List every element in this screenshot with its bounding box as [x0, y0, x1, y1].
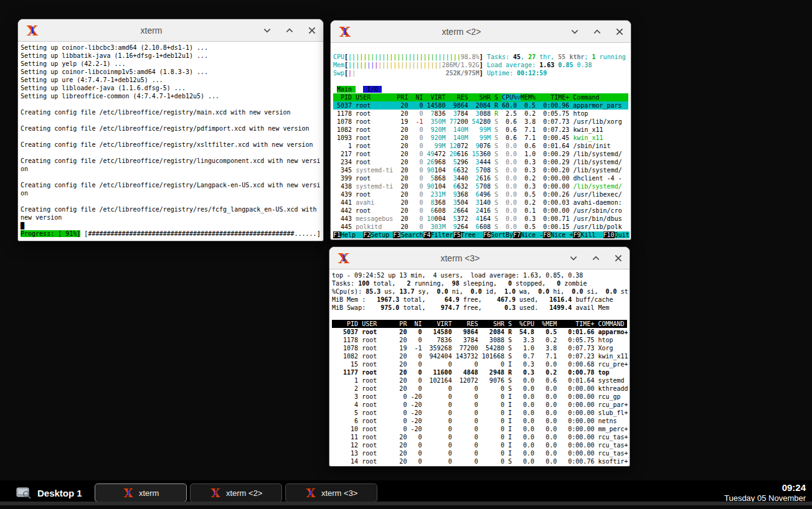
- terminal-line: 12 root 20 0 0 0 0 I 0.0 0.0 0:00.00 rcu…: [332, 441, 627, 449]
- terminal-line: on: [21, 165, 321, 173]
- terminal-line: 441 avahi 20 0 8368 3504 3140 S 0.0 0.2 …: [333, 198, 628, 207]
- terminal-line: Creating config file /etc/libreoffice/re…: [21, 108, 321, 116]
- window-title: xterm <2>: [353, 27, 570, 37]
- close-button[interactable]: [613, 253, 623, 263]
- taskbar-button-label: xterm <2>: [226, 488, 263, 498]
- terminal-line: 1082 root 20 0 920M 140M 99M S 0.6 7.1 0…: [333, 126, 628, 134]
- window-controls: [569, 253, 623, 263]
- terminal-line: 345 systemd-ti 20 0 90104 6632 5708 S 0.…: [333, 166, 628, 174]
- window-title: xterm: [40, 26, 262, 35]
- terminal-line: Creating config file /etc/libreoffice/re…: [21, 181, 321, 189]
- terminal-content[interactable]: CPU[||||||||||||||||||||||||||||||98.8%]…: [332, 44, 630, 239]
- window-title: xterm <3>: [352, 253, 569, 263]
- terminal-line: Setting up yelp (42.2-1) ...: [21, 60, 321, 68]
- maximize-button[interactable]: [285, 26, 295, 35]
- terminal-line: 5 root 0 -20 0 0 0 I 0.0 0.0 0:00.00 slu…: [332, 409, 627, 417]
- terminal-line: 3 root 0 -20 0 0 0 I 0.0 0.0 0:00.00 rcu…: [332, 393, 627, 401]
- terminal-line: Setting up libreoffice-common (4:7.4.7-1…: [21, 92, 321, 100]
- terminal-line: 13 root 20 0 0 0 0 I 0.0 0.0 0:00.00 rcu…: [332, 449, 627, 457]
- terminal-line: 443 messagebus 20 0 10004 5372 4164 S 0.…: [333, 215, 628, 223]
- xterm-icon: XI: [24, 22, 40, 39]
- terminal-line: top - 09:24:52 up 13 min, 4 users, load …: [332, 271, 627, 279]
- terminal-line: new version: [21, 213, 321, 222]
- terminal-line: Setting up coinor-libcbc3:amd64 (2.10.8+…: [21, 44, 321, 52]
- terminal-line: [333, 77, 628, 85]
- svg-text:I: I: [31, 25, 34, 35]
- terminal-line: PID USER PR NI VIRT RES SHR S %CPU %MEM …: [332, 320, 627, 328]
- titlebar[interactable]: XIxterm <2>: [331, 21, 631, 43]
- terminal-line: 15 root 20 0 0 0 0 I 0.3 0.0 0:00.68 rcu…: [332, 360, 627, 368]
- close-button[interactable]: [615, 27, 625, 37]
- titlebar[interactable]: XIxterm: [18, 19, 323, 42]
- terminal-line: Progress: [ 91%] [######################…: [21, 230, 321, 238]
- titlebar[interactable]: XIxterm <3>: [329, 247, 630, 269]
- terminal-line: 5037 root 20 0 14580 9864 2084 R 54.8 0.…: [332, 328, 627, 336]
- terminal-line: 11 root 20 0 0 0 0 I 0.0 0.0 0:00.00 rcu…: [332, 433, 627, 441]
- svg-text:I: I: [309, 488, 312, 497]
- terminal-line: [332, 312, 627, 320]
- terminal-line: [21, 149, 321, 157]
- window-xterm2: XIxterm <2>CPU[|||||||||||||||||||||||||…: [330, 20, 631, 240]
- terminal-line: Creating config file /etc/libreoffice/re…: [21, 157, 321, 165]
- terminal-line: Setting up libloader-java (1.1.6.dfsg-5)…: [21, 84, 321, 92]
- terminal-line: Creating config file /etc/libreoffice/re…: [21, 141, 321, 149]
- terminal-content[interactable]: top - 09:24:52 up 13 min, 4 users, load …: [331, 270, 628, 465]
- taskbar-button-label: xterm <3>: [321, 488, 358, 498]
- window-xterm3: XIxterm <3>top - 09:24:52 up 13 min, 4 u…: [329, 246, 630, 467]
- taskbar: Desktop 1 XIxtermXIxterm <2>XIxterm <3> …: [0, 480, 812, 505]
- terminal-line: 439 root 20 0 231M 9368 6496 S 0.0 0.5 0…: [333, 190, 628, 198]
- taskbar-window-list: XIxtermXIxterm <2>XIxterm <3>: [95, 483, 377, 502]
- terminal-line: [21, 173, 321, 181]
- terminal-line: 399 root 20 0 5868 3440 2616 S 0.0 0.2 0…: [333, 174, 628, 182]
- terminal-line: 4 root 0 -20 0 0 0 I 0.0 0.0 0:00.00 rcu…: [332, 401, 627, 409]
- terminal-line: on: [21, 189, 321, 197]
- terminal-line: PID USER PRI NI VIRT RES SHR S CPU%▽MEM%…: [333, 93, 628, 101]
- clock: 09:24 Tuesday 05 November: [724, 482, 806, 504]
- terminal-line: 217 root 20 0 49472 20616 15360 S 0.0 1.…: [333, 150, 628, 158]
- terminal-line: █: [21, 222, 321, 230]
- terminal-line: 442 root 20 0 6608 2664 2416 S 0.0 0.1 0…: [333, 207, 628, 215]
- minimize-button[interactable]: [570, 27, 580, 37]
- terminal-line: 1082 root 20 0 942404 143732 101668 S 0.…: [332, 352, 627, 360]
- svg-text:I: I: [126, 488, 130, 497]
- svg-text:I: I: [342, 253, 346, 263]
- desktop-label: Desktop 1: [37, 488, 82, 498]
- terminal-line: Setting up coinor-libcoinmp1v5:amd64 (1.…: [21, 68, 321, 76]
- terminal-line: Swp[|| 252K/975M] Uptime: 00:12:59: [333, 69, 628, 77]
- terminal-line: Creating config file /etc/libreoffice/re…: [21, 205, 321, 213]
- minimize-button[interactable]: [262, 26, 272, 35]
- close-button[interactable]: [307, 26, 317, 35]
- taskbar-button-2[interactable]: XIxterm <2>: [190, 483, 282, 502]
- terminal-line: 1177 root 20 0 11600 4848 2948 R 0.3 0.2…: [332, 368, 627, 376]
- terminal-line: 5037 root 20 0 14580 9864 2084 R 60.0 0.…: [333, 101, 628, 110]
- svg-text:I: I: [214, 488, 217, 497]
- xterm-icon: XI: [122, 487, 135, 499]
- terminal-line: 234 root 20 0 26968 5296 3444 S 0.0 0.3 …: [333, 158, 628, 166]
- terminal-line: 1178 root 20 0 7836 3784 3088 S 3.3 0.2 …: [332, 336, 627, 344]
- terminal-line: 1078 root 19 -1 350M 77200 54280 S 0.6 3…: [333, 118, 628, 126]
- minimize-button[interactable]: [569, 253, 578, 263]
- maximize-button[interactable]: [592, 27, 602, 37]
- terminal-line: 445 polkitd 20 0 303M 9264 6608 S 0.0 0.…: [333, 223, 628, 231]
- panel-edge-strip: [0, 502, 812, 505]
- terminal-line: CPU[||||||||||||||||||||||||||||||98.8%]…: [333, 53, 628, 61]
- terminal-line: Main I/O: [333, 85, 628, 93]
- taskbar-button-3[interactable]: XIxterm <3>: [285, 483, 377, 502]
- terminal-line: 14 root 20 0 0 0 0 S 0.0 0.0 0:00.76 kso…: [332, 457, 627, 465]
- xterm-icon: XI: [336, 250, 352, 266]
- terminal-line: [21, 100, 321, 108]
- terminal-line: MiB Swap: 975.0 total, 974.7 free, 0.3 u…: [332, 304, 627, 312]
- terminal-content[interactable]: Setting up coinor-libcbc3:amd64 (2.10.8+…: [19, 42, 322, 240]
- terminal-line: Setting up ure (4:7.4.7-1+deb12u5) ...: [21, 76, 321, 84]
- terminal-line: [21, 133, 321, 141]
- terminal-line: Setting up libbatik-java (1.16+dfsg-1+de…: [21, 52, 321, 60]
- terminal-line: Tasks: 100 total, 2 running, 98 sleeping…: [332, 279, 627, 287]
- terminal-line: Creating config file /etc/libreoffice/re…: [21, 124, 321, 133]
- maximize-button[interactable]: [591, 253, 601, 263]
- terminal-line: 10 root 0 -20 0 0 0 I 0.0 0.0 0:00.00 mm…: [332, 425, 627, 433]
- desktop-pager-icon[interactable]: [16, 487, 31, 499]
- terminal-line: [333, 45, 628, 53]
- taskbar-button-1[interactable]: XIxterm: [95, 483, 187, 502]
- terminal-line: 438 systemd-ti 20 0 90104 6632 5708 S 0.…: [333, 182, 628, 190]
- clock-time: 09:24: [724, 482, 806, 494]
